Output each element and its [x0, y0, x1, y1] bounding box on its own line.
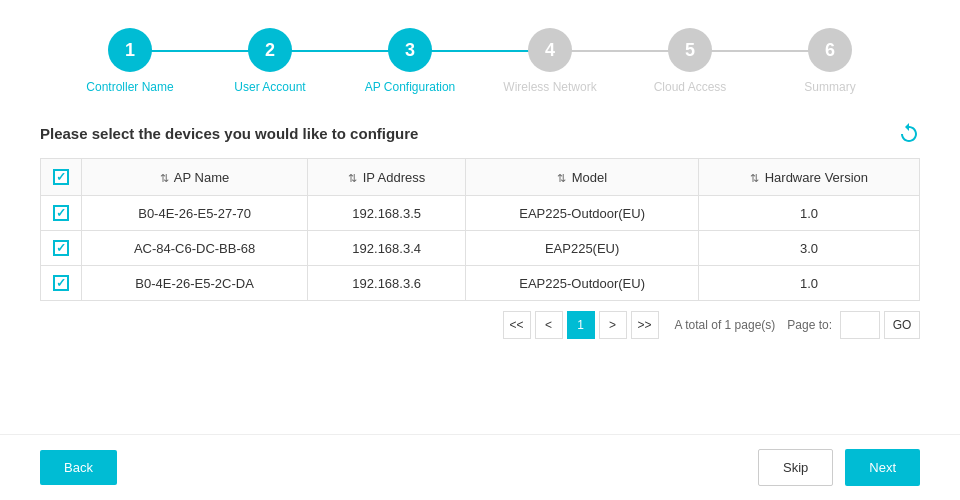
device-table: ⇅ AP Name ⇅ IP Address ⇅ Model ⇅ Hardwar… — [40, 158, 920, 301]
next-button[interactable]: Next — [845, 449, 920, 486]
step-item-cloud-access: 5Cloud Access — [620, 28, 760, 94]
sort-model-icon[interactable]: ⇅ — [557, 172, 566, 184]
back-button[interactable]: Back — [40, 450, 117, 485]
skip-button[interactable]: Skip — [758, 449, 833, 486]
total-pages-info: A total of 1 page(s) — [675, 318, 776, 332]
header-hardware-version: ⇅ Hardware Version — [699, 159, 920, 196]
row-checkbox-cell-0 — [41, 196, 82, 231]
step-item-controller-name: 1Controller Name — [60, 28, 200, 94]
step-item-user-account: 2User Account — [200, 28, 340, 94]
row-checkbox-cell-2 — [41, 266, 82, 301]
row-checkbox-2[interactable] — [53, 275, 69, 291]
header-ip-address: ⇅ IP Address — [308, 159, 466, 196]
prev-page-button[interactable]: < — [535, 311, 563, 339]
step-label-5: Summary — [804, 80, 855, 94]
step-circle-0: 1 — [108, 28, 152, 72]
row-hw-version-0: 1.0 — [699, 196, 920, 231]
step-label-1: User Account — [234, 80, 305, 94]
select-all-checkbox[interactable] — [53, 169, 69, 185]
row-checkbox-cell-1 — [41, 231, 82, 266]
first-page-button[interactable]: << — [503, 311, 531, 339]
step-circle-3: 4 — [528, 28, 572, 72]
row-hw-version-2: 1.0 — [699, 266, 920, 301]
row-ap-name-1: AC-84-C6-DC-BB-68 — [82, 231, 308, 266]
row-ip-2: 192.168.3.6 — [308, 266, 466, 301]
stepper: 1Controller Name2User Account3AP Configu… — [0, 0, 960, 112]
step-circle-1: 2 — [248, 28, 292, 72]
row-checkbox-0[interactable] — [53, 205, 69, 221]
footer-right: Skip Next — [758, 449, 920, 486]
step-label-2: AP Configuration — [365, 80, 456, 94]
page-to-input[interactable] — [840, 311, 880, 339]
footer: Back Skip Next — [0, 434, 960, 500]
refresh-icon[interactable] — [898, 122, 920, 144]
step-item-wireless-network: 4Wireless Network — [480, 28, 620, 94]
step-item-ap-configuration: 3AP Configuration — [340, 28, 480, 94]
step-circle-5: 6 — [808, 28, 852, 72]
section-title: Please select the devices you would like… — [40, 125, 418, 142]
row-ip-1: 192.168.3.4 — [308, 231, 466, 266]
sort-ap-name-icon[interactable]: ⇅ — [160, 172, 169, 184]
main-content: Please select the devices you would like… — [0, 112, 960, 434]
pagination-row: << < 1 > >> A total of 1 page(s) Page to… — [40, 301, 920, 343]
step-circle-4: 5 — [668, 28, 712, 72]
step-item-summary: 6Summary — [760, 28, 900, 94]
next-page-button[interactable]: > — [599, 311, 627, 339]
step-label-3: Wireless Network — [503, 80, 596, 94]
table-row: B0-4E-26-E5-27-70192.168.3.5EAP225-Outdo… — [41, 196, 920, 231]
go-button[interactable]: GO — [884, 311, 920, 339]
last-page-button[interactable]: >> — [631, 311, 659, 339]
sort-hw-icon[interactable]: ⇅ — [750, 172, 759, 184]
table-row: AC-84-C6-DC-BB-68192.168.3.4EAP225(EU)3.… — [41, 231, 920, 266]
step-label-4: Cloud Access — [654, 80, 727, 94]
step-label-0: Controller Name — [86, 80, 173, 94]
header-ap-name: ⇅ AP Name — [82, 159, 308, 196]
row-ip-0: 192.168.3.5 — [308, 196, 466, 231]
row-hw-version-1: 3.0 — [699, 231, 920, 266]
header-checkbox-cell — [41, 159, 82, 196]
sort-ip-icon[interactable]: ⇅ — [348, 172, 357, 184]
step-circle-2: 3 — [388, 28, 432, 72]
section-header: Please select the devices you would like… — [40, 122, 920, 144]
row-checkbox-1[interactable] — [53, 240, 69, 256]
page-to-label: Page to: — [787, 318, 832, 332]
row-model-2: EAP225-Outdoor(EU) — [466, 266, 699, 301]
row-model-0: EAP225-Outdoor(EU) — [466, 196, 699, 231]
current-page-button[interactable]: 1 — [567, 311, 595, 339]
header-model: ⇅ Model — [466, 159, 699, 196]
row-model-1: EAP225(EU) — [466, 231, 699, 266]
table-row: B0-4E-26-E5-2C-DA192.168.3.6EAP225-Outdo… — [41, 266, 920, 301]
row-ap-name-2: B0-4E-26-E5-2C-DA — [82, 266, 308, 301]
row-ap-name-0: B0-4E-26-E5-27-70 — [82, 196, 308, 231]
